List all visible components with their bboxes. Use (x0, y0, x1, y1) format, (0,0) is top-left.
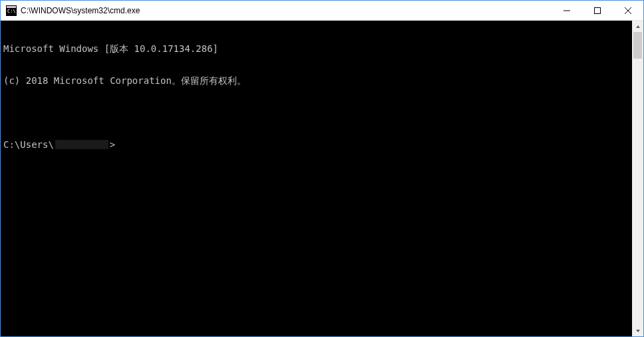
svg-rect-4 (595, 7, 601, 13)
scrollbar-thumb[interactable] (633, 32, 642, 59)
vertical-scrollbar[interactable] (632, 21, 643, 336)
cmd-window: C:\ C:\WINDOWS\system32\cmd.exe (0, 0, 644, 337)
close-button[interactable] (613, 1, 643, 20)
svg-rect-1 (7, 6, 16, 8)
console-content[interactable]: Microsoft Windows [版本 10.0.17134.286] (c… (1, 21, 632, 336)
redacted-username (55, 140, 108, 149)
window-title: C:\WINDOWS\system32\cmd.exe (21, 6, 552, 15)
console-prompt: C:\Users\> (3, 139, 629, 150)
console-blank-line (3, 107, 629, 118)
prompt-prefix: C:\Users\ (3, 139, 54, 150)
scrollbar-track[interactable] (632, 32, 643, 325)
maximize-button[interactable] (582, 1, 613, 20)
minimize-button[interactable] (552, 1, 582, 20)
titlebar[interactable]: C:\ C:\WINDOWS\system32\cmd.exe (1, 1, 643, 21)
console-line-version: Microsoft Windows [版本 10.0.17134.286] (3, 43, 629, 54)
console-area: Microsoft Windows [版本 10.0.17134.286] (c… (1, 21, 643, 336)
scrollbar-down-button[interactable] (632, 325, 643, 336)
scrollbar-up-button[interactable] (632, 21, 643, 32)
window-controls (552, 1, 643, 20)
cmd-icon: C:\ (6, 5, 17, 16)
prompt-suffix: > (110, 139, 115, 150)
svg-text:C:\: C:\ (7, 9, 16, 14)
console-line-copyright: (c) 2018 Microsoft Corporation。保留所有权利。 (3, 75, 629, 86)
